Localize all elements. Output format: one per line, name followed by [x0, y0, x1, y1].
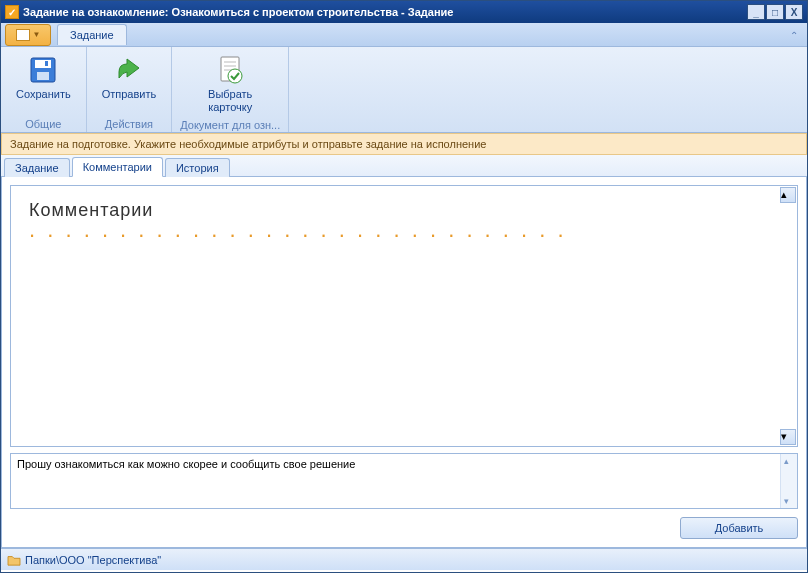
dropdown-arrow-icon: ▼ [33, 30, 41, 39]
svg-rect-1 [35, 60, 51, 68]
ribbon-group-document: Выбрать карточку Документ для озн... [172, 47, 289, 132]
select-card-button[interactable]: Выбрать карточку [201, 51, 259, 117]
comments-view: Комментарии · · · · · · · · · · · · · · … [10, 185, 798, 447]
ribbon-tabstrip: ▼ Задание ⌃ [1, 23, 807, 47]
ribbon-collapse-button[interactable]: ⌃ [787, 28, 801, 42]
comments-heading: Комментарии [29, 200, 779, 221]
book-icon [16, 29, 30, 41]
window-title: Задание на ознакомление: Ознакомиться с … [23, 6, 746, 18]
document-check-icon [214, 54, 246, 86]
svg-rect-3 [45, 61, 48, 66]
svg-point-8 [228, 69, 242, 83]
scroll-up-button[interactable]: ▴ [780, 187, 796, 203]
app-icon: ✓ [5, 5, 19, 19]
group-caption-common: Общие [9, 116, 78, 130]
minimize-button[interactable]: _ [747, 4, 765, 20]
folder-icon [7, 554, 21, 566]
ribbon-group-common: Сохранить Общие [1, 47, 87, 132]
tab-history[interactable]: История [165, 158, 230, 177]
tab-comments[interactable]: Комментарии [72, 157, 163, 177]
send-button[interactable]: Отправить [95, 51, 164, 104]
ribbon-group-actions: Отправить Действия [87, 47, 173, 132]
app-menu-button[interactable]: ▼ [5, 24, 51, 46]
comment-input[interactable]: Прошу ознакомиться как можно скорее и со… [11, 454, 779, 508]
send-label: Отправить [102, 88, 157, 101]
info-banner: Задание на подготовке. Укажите необходим… [1, 133, 807, 155]
input-scrollbar[interactable]: ▴ ▾ [780, 454, 797, 508]
ribbon-tab-task[interactable]: Задание [57, 24, 127, 45]
save-label: Сохранить [16, 88, 71, 101]
tab-task[interactable]: Задание [4, 158, 70, 177]
group-caption-actions: Действия [95, 116, 164, 130]
divider-dots: · · · · · · · · · · · · · · · · · · · · … [29, 231, 779, 239]
group-caption-document: Документ для озн... [180, 117, 280, 131]
save-icon [27, 54, 59, 86]
ribbon: Сохранить Общие Отправить Действия Выбра… [1, 47, 807, 133]
statusbar-path: Папки\ООО "Перспектива" [25, 554, 161, 566]
titlebar: ✓ Задание на ознакомление: Ознакомиться … [1, 1, 807, 23]
maximize-button[interactable]: □ [766, 4, 784, 20]
close-button[interactable]: X [785, 4, 803, 20]
comment-input-wrap: Прошу ознакомиться как можно скорее и со… [10, 453, 798, 509]
add-button[interactable]: Добавить [680, 517, 798, 539]
scroll-up-icon: ▴ [784, 456, 789, 466]
sub-tabs: Задание Комментарии История [1, 155, 807, 177]
scroll-down-button[interactable]: ▾ [780, 429, 796, 445]
statusbar: Папки\ООО "Перспектива" [1, 548, 807, 570]
content-area: Задание Комментарии История Комментарии … [1, 155, 807, 548]
svg-rect-2 [37, 72, 49, 80]
save-button[interactable]: Сохранить [9, 51, 78, 104]
send-icon [113, 54, 145, 86]
comments-panel: Комментарии · · · · · · · · · · · · · · … [1, 177, 807, 548]
scroll-down-icon: ▾ [784, 496, 789, 506]
select-card-label: Выбрать карточку [208, 88, 252, 114]
